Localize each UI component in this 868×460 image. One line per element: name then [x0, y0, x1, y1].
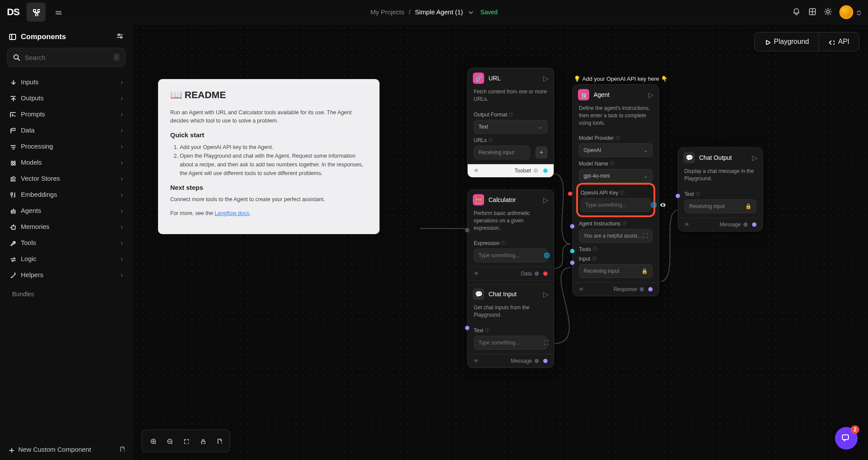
agent-input-field[interactable]: Receiving input 🔒 — [579, 264, 653, 278]
eye-icon[interactable]: 👁 — [474, 358, 479, 364]
docs-icon[interactable] — [808, 7, 816, 17]
logo[interactable]: DS — [7, 7, 20, 18]
sidebar-item-vector-stores[interactable]: Vector Stores› — [3, 170, 129, 186]
chat-output-node[interactable]: 💬 Chat Output ▷ Display a chat message i… — [678, 147, 763, 232]
apikey-port[interactable] — [568, 192, 572, 196]
tools-port[interactable] — [570, 249, 574, 253]
panel-icon — [9, 33, 17, 41]
eye-icon[interactable]: 👁 — [474, 168, 479, 174]
chatin-out-port[interactable] — [535, 359, 539, 363]
apikey-input[interactable]: 🌐👁‍🗨 — [581, 198, 651, 212]
chatin-out-port2[interactable] — [543, 359, 548, 363]
eye-icon[interactable]: 👁 — [474, 271, 479, 277]
eye-icon[interactable]: 👁 — [684, 222, 690, 228]
instructions-input[interactable]: You are a helpful assistant that can ⛶ — [579, 229, 653, 243]
chatout-text-input[interactable]: Receiving input 🔒 — [684, 199, 756, 213]
play-icon[interactable]: ▷ — [752, 154, 757, 162]
sidebar-item-memories[interactable]: Memories› — [3, 218, 129, 235]
agent-input-port[interactable] — [570, 261, 574, 265]
fit-view-button[interactable] — [178, 433, 194, 449]
svg-rect-23 — [201, 441, 205, 444]
expand-icon[interactable]: ⛶ — [544, 340, 549, 346]
sidebar-item-inputs[interactable]: Inputs› — [3, 74, 129, 90]
provider-select[interactable]: OpenAI — [579, 143, 653, 157]
chatin-footer: Message — [511, 358, 532, 364]
chat-output-desc: Display a chat message in the Playground… — [678, 168, 762, 186]
sidebar-item-tools[interactable]: Tools› — [3, 235, 129, 251]
svg-rect-20 — [12, 226, 15, 229]
search-field[interactable] — [25, 54, 109, 61]
chatout-port[interactable] — [676, 194, 680, 198]
view-alt-button[interactable] — [49, 3, 68, 22]
output-format-select[interactable]: Text — [474, 120, 548, 134]
gear-icon[interactable] — [824, 7, 832, 17]
breadcrumb-current[interactable]: Simple Agent (1) — [415, 8, 463, 16]
breadcrumb-parent[interactable]: My Projects — [370, 8, 404, 16]
chatin-text-input[interactable]: ⛶ — [474, 336, 548, 350]
instr-port[interactable] — [570, 224, 574, 228]
chevron-down-icon[interactable] — [467, 9, 473, 15]
bell-icon[interactable] — [792, 7, 800, 17]
calc-data-port2[interactable] — [543, 271, 548, 276]
view-graph-button[interactable] — [26, 3, 46, 22]
chatin-port[interactable] — [465, 326, 469, 330]
search-input[interactable]: / — [7, 48, 125, 67]
canvas-toolbar — [142, 430, 230, 452]
globe-icon[interactable]: 🌐 — [544, 252, 550, 258]
readme-title: 📖 README — [170, 89, 367, 101]
agent-resp-port[interactable] — [640, 287, 644, 291]
chatout-out-port2[interactable] — [752, 222, 756, 227]
urls-label: URLsⓘ — [474, 137, 548, 143]
url-output-port[interactable] — [543, 169, 548, 173]
play-icon[interactable]: ▷ — [543, 290, 548, 298]
target-icon: ⦾ — [534, 168, 538, 174]
play-icon[interactable]: ▷ — [648, 91, 653, 99]
sidebar-item-outputs[interactable]: Outputs› — [3, 90, 129, 106]
file-icon — [119, 446, 125, 453]
list-filter-icon — [10, 143, 16, 149]
eye-off-icon[interactable]: 👁‍🗨 — [660, 202, 666, 208]
expression-input[interactable]: 🌐 — [474, 248, 548, 262]
sidebar-item-embeddings[interactable]: Embeddings› — [3, 186, 129, 202]
lock-button[interactable] — [194, 433, 211, 449]
globe-icon[interactable]: 🌐 — [650, 202, 657, 208]
breadcrumb-sep: / — [409, 8, 410, 16]
calc-data-port[interactable] — [535, 271, 539, 276]
note-button[interactable] — [211, 433, 227, 449]
calc-input-port[interactable] — [465, 228, 469, 232]
chat-input-node[interactable]: 💬 Chat Input ▷ Get chat inputs from the … — [467, 284, 554, 368]
play-icon[interactable]: ▷ — [543, 196, 548, 204]
playground-button[interactable]: Playground — [755, 33, 818, 51]
zoom-in-button[interactable] — [145, 433, 161, 449]
search-icon — [13, 53, 20, 61]
urls-input[interactable]: Receiving input — [474, 146, 530, 159]
url-node[interactable]: 🔗 URL ▷ Fetch content from one or more U… — [467, 68, 554, 178]
sidebar-item-prompts[interactable]: Prompts› — [3, 106, 129, 122]
expand-icon[interactable]: ⛶ — [643, 233, 648, 239]
readme-node[interactable]: 📖 README Run an Agent with URL and Calcu… — [158, 79, 380, 234]
calculator-node[interactable]: 🧮 Calculator ▷ Perform basic arithmetic … — [467, 189, 554, 294]
settings-icon[interactable] — [116, 32, 124, 42]
search-kbd: / — [113, 53, 120, 61]
sidebar-item-processing[interactable]: Processing› — [3, 138, 129, 154]
agent-resp-port2[interactable] — [648, 287, 653, 291]
play-icon[interactable]: ▷ — [543, 74, 548, 83]
zoom-out-button[interactable] — [161, 433, 178, 449]
sidebar-item-data[interactable]: Data› — [3, 122, 129, 138]
sidebar-item-logic[interactable]: Logic› — [3, 251, 129, 267]
sidebar-item-agents[interactable]: Agents› — [3, 202, 129, 218]
brain-icon — [10, 159, 16, 165]
agent-node[interactable]: 🤖 Agent ▷ Define the agent's instruction… — [572, 84, 659, 296]
user-menu[interactable] — [839, 5, 861, 19]
sidebar-item-helpers[interactable]: Helpers› — [3, 267, 129, 283]
add-url-button[interactable]: + — [535, 146, 548, 159]
api-button[interactable]: API — [818, 33, 859, 51]
canvas[interactable]: Playground API 📖 README Run an Agent wit… — [133, 24, 868, 460]
langflow-docs-link[interactable]: Langflow docs — [215, 210, 249, 216]
intercom-button[interactable]: 2 — [835, 427, 858, 450]
new-custom-component-button[interactable]: New Custom Component — [0, 438, 132, 460]
eye-icon[interactable]: 👁 — [579, 286, 584, 292]
chatout-out-port[interactable] — [743, 222, 748, 227]
model-select[interactable]: gpt-4o-mini — [579, 169, 653, 183]
sidebar-item-models[interactable]: Models› — [3, 154, 129, 170]
